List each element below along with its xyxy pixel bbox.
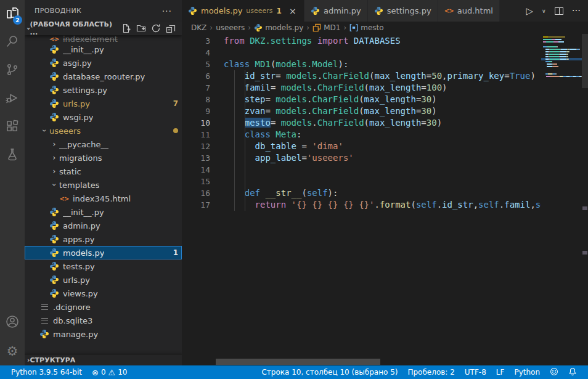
- code-line-12[interactable]: 12 db_table = 'dima': [182, 141, 588, 152]
- split-editor-button[interactable]: [555, 7, 563, 15]
- new-file-icon[interactable]: [121, 23, 131, 33]
- activity-extensions-button[interactable]: [0, 113, 25, 142]
- tree-item-index345-html[interactable]: <>index345.html: [25, 192, 182, 205]
- status-cursor-position[interactable]: Строка 10, столбец 10 (выбрано 5): [256, 365, 402, 379]
- tree-item-settings-py[interactable]: settings.py: [25, 83, 182, 97]
- breadcrumb-separator-icon: ›: [343, 23, 346, 32]
- html-file-icon: <>: [59, 194, 69, 203]
- explorer-more-actions-icon[interactable]: ···: [162, 6, 172, 16]
- warning-count: 10: [118, 368, 127, 377]
- chevron-down-icon: ›: [49, 181, 59, 189]
- tree-item--init-py[interactable]: __init__.py: [25, 43, 182, 56]
- breadcrumb-item-mesto[interactable]: mesto: [349, 23, 383, 32]
- tab-aud-html[interactable]: <>aud.html: [438, 0, 500, 22]
- collapse-all-icon[interactable]: [166, 23, 176, 33]
- breadcrumb-label: MD1: [324, 23, 340, 32]
- code-line-17[interactable]: 17 return '{} {} {} {} {}'.format(self.i…: [182, 199, 588, 211]
- py-file-icon: [49, 288, 59, 298]
- tree-item-label: static: [59, 167, 81, 176]
- tab-bar: models.pyuseeers1×admin.pysettings.py<>a…: [182, 0, 588, 22]
- refresh-icon[interactable]: [151, 23, 161, 33]
- activity-source-control-button[interactable]: [0, 57, 25, 85]
- status-problems[interactable]: ⊗0⚠10: [87, 365, 132, 379]
- py-file-icon: [49, 44, 59, 54]
- breadcrumb-item-models-py[interactable]: models.py: [254, 23, 303, 32]
- tree-item-templates[interactable]: ›templates: [25, 178, 182, 192]
- tree-item-label: __pycache__: [59, 140, 108, 149]
- tree-item-urls-py[interactable]: urls.py7: [25, 97, 182, 110]
- tree-item-urls-py[interactable]: urls.py: [25, 273, 182, 287]
- status-eol[interactable]: LF: [491, 365, 510, 379]
- tree-item-asgi-py[interactable]: asgi.py: [25, 56, 182, 70]
- scrollbar-slider[interactable]: [582, 34, 588, 88]
- code-line-16[interactable]: 16 def __str__(self):: [182, 187, 588, 199]
- status-indentation[interactable]: Пробелов: 2: [402, 365, 459, 379]
- activity-testing-button[interactable]: [0, 142, 25, 170]
- activity-run-debug-button[interactable]: [0, 85, 25, 113]
- tree-item-db-sqlite3[interactable]: db.sqlite3: [25, 314, 182, 327]
- more-actions-button[interactable]: ···: [572, 6, 581, 17]
- tree-item-admin-py[interactable]: admin.py: [25, 219, 182, 232]
- line-number: 3: [182, 35, 210, 47]
- run-dropdown-button[interactable]: ∨: [542, 8, 546, 14]
- python-icon: [254, 23, 263, 32]
- breadcrumb-item-MD1[interactable]: MD1: [312, 23, 340, 32]
- tree-item--pycache-[interactable]: ›__pycache__: [25, 137, 182, 151]
- minimap[interactable]: [541, 34, 582, 365]
- activity-settings-button[interactable]: ⚙: [0, 337, 25, 365]
- outline-section-header[interactable]: › СТРУКТУРА: [25, 354, 182, 365]
- tree-item-apps-py[interactable]: apps.py: [25, 232, 182, 246]
- activity-search-button[interactable]: [0, 28, 25, 57]
- breadcrumb-separator-icon: ›: [306, 23, 309, 32]
- code-line-14[interactable]: 14: [182, 164, 588, 176]
- tree-item-wsgi-py[interactable]: wsgi.py: [25, 110, 182, 124]
- tree-item-useeers[interactable]: ›useeers: [25, 124, 182, 137]
- tab-admin-py[interactable]: admin.py: [304, 0, 368, 22]
- tree-item--dcignore[interactable]: .dcignore: [25, 300, 182, 314]
- breadcrumb-item-useeers[interactable]: useeers: [216, 23, 245, 32]
- code-line-10[interactable]: 10 mesto= models.CharField(max_length=30…: [182, 117, 588, 129]
- new-folder-icon[interactable]: [136, 23, 146, 33]
- tab-models-py[interactable]: models.pyuseeers1×: [182, 0, 304, 22]
- tree-item-views-py[interactable]: views.py: [25, 287, 182, 300]
- tab-close-icon[interactable]: ×: [288, 6, 298, 16]
- line-number: 7: [182, 82, 210, 94]
- code-line-4[interactable]: 4: [182, 47, 588, 59]
- code-line-3[interactable]: 3from DKZ.settings import DATABASES: [182, 35, 588, 47]
- code-line-6[interactable]: 6 id_str= models.CharField(max_length=50…: [182, 70, 588, 82]
- status-python-version[interactable]: Python 3.9.5 64-bit: [6, 365, 87, 379]
- sidebar-title: ПРОВОДНИК: [35, 7, 81, 15]
- activity-account-button[interactable]: [0, 309, 25, 337]
- code-line-11[interactable]: 11 class Meta:: [182, 129, 588, 141]
- tree-item-database-roouter-py[interactable]: database_roouter.py: [25, 70, 182, 83]
- tree-item-tests-py[interactable]: tests.py: [25, 259, 182, 273]
- status-notifications[interactable]: [563, 365, 582, 379]
- breadcrumb-separator-icon: ›: [248, 23, 251, 32]
- tree-item-migrations[interactable]: ›migrations: [25, 151, 182, 165]
- status-feedback[interactable]: [545, 365, 563, 379]
- code-line-5[interactable]: 5class MD1(models.Model):: [182, 59, 588, 70]
- activity-explorer-button[interactable]: 2: [0, 0, 25, 28]
- breadcrumb-label: models.py: [265, 23, 303, 32]
- tree-item-label: __init__.py: [63, 45, 104, 54]
- tab-settings-py[interactable]: settings.py: [368, 0, 438, 22]
- tab-label: aud.html: [457, 6, 493, 15]
- code-line-13[interactable]: 13 app_label='useeers': [182, 152, 588, 164]
- overview-ruler[interactable]: [582, 34, 588, 365]
- horizontal-scrollbar[interactable]: [216, 359, 380, 365]
- breadcrumb-item-DKZ[interactable]: DKZ: [191, 23, 206, 32]
- tree-item--init-py[interactable]: __init__.py: [25, 205, 182, 219]
- code-line-7[interactable]: 7 famil= models.CharField(max_length=100…: [182, 82, 588, 94]
- status-encoding[interactable]: UTF-8: [460, 365, 491, 379]
- run-button[interactable]: ▷: [526, 6, 534, 17]
- tree-item-models-py[interactable]: models.py1: [25, 246, 182, 259]
- code-editor[interactable]: 3from DKZ.settings import DATABASES45cla…: [182, 34, 588, 365]
- code-line-9[interactable]: 9 zvan= models.CharField(max_length=30): [182, 105, 588, 117]
- editor-actions: ▷∨···: [500, 0, 588, 22]
- tree-item-static[interactable]: ›static: [25, 165, 182, 178]
- status-language-mode[interactable]: Python: [509, 365, 545, 379]
- code-line-8[interactable]: 8 step= models.CharField(max_length=30): [182, 94, 588, 105]
- code-line-15[interactable]: 15: [182, 176, 588, 187]
- tree-item-manage-py[interactable]: manage.py: [25, 327, 182, 341]
- workspace-section-header[interactable]: › (РАБОЧАЯ ОБЛАСТЬ) ...: [25, 22, 182, 35]
